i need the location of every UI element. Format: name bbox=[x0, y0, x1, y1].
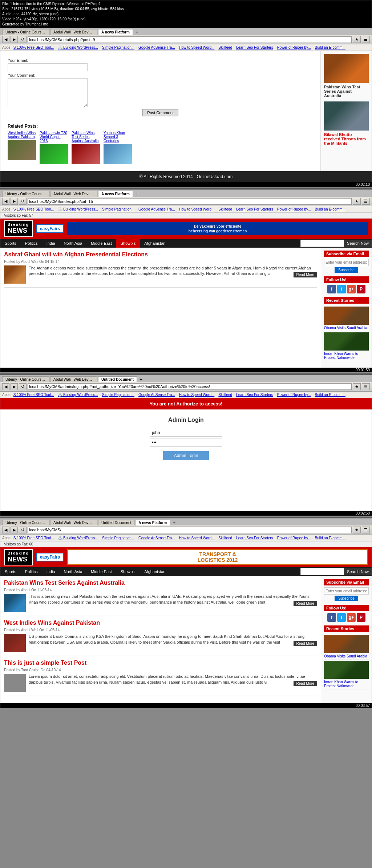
twitter-icon-4[interactable]: t bbox=[337, 613, 346, 622]
pinterest-icon-4[interactable]: P bbox=[357, 613, 365, 622]
bm4-seo[interactable]: S 100% Free SEO Tool... bbox=[12, 536, 55, 540]
bm2-seo[interactable]: S 100% Free SEO Tool... bbox=[12, 207, 55, 212]
back-btn-4[interactable]: ◀ bbox=[2, 527, 9, 533]
nav-india-4[interactable]: India bbox=[42, 567, 60, 576]
bm3-ecomm[interactable]: Build an E-comm... bbox=[314, 392, 347, 397]
read-more-simple-test[interactable]: Read More bbox=[294, 681, 317, 686]
back-btn-2[interactable]: ◀ bbox=[2, 198, 9, 205]
reload-btn-3[interactable]: ↺ bbox=[19, 383, 27, 390]
bm4-pagination[interactable]: Simple Pagination... bbox=[101, 536, 136, 540]
tab-abdulwali-2[interactable]: Abdul Wali | Web Devel... bbox=[50, 191, 97, 197]
admin-username-input[interactable] bbox=[150, 429, 222, 437]
bm3-pagination[interactable]: Simple Pagination... bbox=[101, 392, 136, 397]
admin-password-input[interactable] bbox=[150, 439, 222, 447]
nav-afghanistan-2[interactable]: Afghanistan bbox=[140, 239, 170, 248]
tab-untitled-3[interactable]: Untitled Document bbox=[98, 376, 137, 382]
related-link-4[interactable]: Younus Khan Scored 3 Centuries bbox=[104, 131, 133, 143]
nav-afghanistan-4[interactable]: Afghanistan bbox=[140, 567, 170, 576]
search-input-2[interactable] bbox=[300, 240, 344, 247]
new-tab-btn-1[interactable]: + bbox=[134, 29, 140, 35]
bookmark-speed[interactable]: How to Speed Word... bbox=[178, 45, 216, 50]
related-link-1[interactable]: West Indies Wins Against Pakistan bbox=[8, 131, 37, 139]
bookmark-skillfeed[interactable]: Skillfeed bbox=[217, 45, 233, 50]
nav-middleeast-2[interactable]: Middle East bbox=[86, 239, 116, 248]
nav-politics-4[interactable]: Politics bbox=[21, 567, 42, 576]
bm4-learnseo[interactable]: Learn Seo For Starters bbox=[235, 536, 274, 540]
tab-untitled-4[interactable]: Untitled Document bbox=[98, 520, 134, 525]
bm4-rupee[interactable]: Power of Rupee by... bbox=[276, 536, 312, 540]
go-btn-3[interactable]: ★ bbox=[353, 383, 361, 390]
bookmark-wp[interactable]: ⚓ Building WordPress... bbox=[57, 45, 99, 50]
bookmark-pagination[interactable]: Simple Pagination... bbox=[101, 45, 136, 50]
back-btn-3[interactable]: ◀ bbox=[2, 383, 9, 390]
bm2-speed[interactable]: How to Speed Word... bbox=[178, 207, 216, 212]
tab-newsflatform-1[interactable]: A news Platform bbox=[98, 29, 133, 35]
bm2-skillfeed[interactable]: Skillfeed bbox=[217, 207, 233, 212]
nav-sports-2[interactable]: Sports bbox=[0, 239, 21, 248]
bookmark-rupee[interactable]: Power of Rupee by... bbox=[276, 45, 312, 50]
search-btn-2[interactable]: Search Now bbox=[344, 240, 372, 247]
bm2-learnseo[interactable]: Learn Seo For Starters bbox=[235, 207, 274, 212]
easyfairs-4[interactable]: easyFairs bbox=[36, 553, 64, 561]
tab-abdulwali-3[interactable]: Abdul Wali | Web Devel... bbox=[50, 376, 97, 382]
bookmark-learnseo[interactable]: Learn Seo For Starters bbox=[235, 45, 274, 50]
bm4-wp[interactable]: ⚓ Building WordPress... bbox=[57, 536, 99, 540]
nav-showbiz-2[interactable]: Showbiz bbox=[116, 239, 140, 248]
new-tab-btn-4[interactable]: + bbox=[171, 520, 177, 525]
go-btn-4[interactable]: ★ bbox=[353, 527, 361, 533]
tab-udemy-4[interactable]: Udemy - Online Courses... bbox=[2, 520, 49, 525]
read-more-afghan[interactable]: Read More bbox=[294, 272, 317, 277]
nav-india-2[interactable]: India bbox=[42, 239, 60, 248]
go-btn-1[interactable]: ★ bbox=[353, 36, 361, 43]
pinterest-icon-2[interactable]: P bbox=[357, 285, 365, 293]
forward-btn-2[interactable]: ▶ bbox=[11, 198, 18, 205]
bm2-rupee[interactable]: Power of Rupee by... bbox=[276, 207, 312, 212]
reload-btn-1[interactable]: ↺ bbox=[19, 36, 27, 43]
bookmark-adsense[interactable]: Google AdSense Tra... bbox=[137, 45, 176, 50]
search-btn-4[interactable]: Search Now bbox=[344, 568, 372, 575]
subscribe-email-2[interactable] bbox=[324, 259, 369, 266]
search-input-4[interactable] bbox=[300, 568, 344, 575]
address-bar-2[interactable] bbox=[28, 198, 352, 205]
bm3-learnseo[interactable]: Learn Seo For Starters bbox=[235, 392, 274, 397]
reload-btn-4[interactable]: ↺ bbox=[19, 527, 27, 533]
bm3-wp[interactable]: ⚓ Building WordPress... bbox=[57, 392, 99, 397]
recent-story-4-2[interactable]: Imran Khan Warns to Protest Nationwide bbox=[324, 660, 369, 689]
bm2-adsense[interactable]: Google AdSense Tra... bbox=[137, 207, 176, 212]
recent-story-2[interactable]: Imran Khan Warns to Protest Nationwide bbox=[324, 331, 369, 361]
bm3-adsense[interactable]: Google AdSense Tra... bbox=[137, 392, 176, 397]
address-bar-3[interactable] bbox=[28, 383, 352, 390]
settings-btn-4[interactable]: ☰ bbox=[362, 527, 370, 533]
tab-udemy-2[interactable]: Udemy - Online Courses... bbox=[2, 191, 49, 197]
bm2-pagination[interactable]: Simple Pagination... bbox=[101, 207, 136, 212]
new-tab-btn-2[interactable]: + bbox=[134, 191, 140, 197]
settings-btn-3[interactable]: ☰ bbox=[362, 383, 370, 390]
forward-btn-1[interactable]: ▶ bbox=[11, 36, 18, 43]
bm2-wp[interactable]: ⚓ Building WordPress... bbox=[57, 207, 99, 212]
subscribe-email-4[interactable] bbox=[324, 587, 369, 595]
tab-newsplatform-2[interactable]: A news Platform bbox=[98, 191, 133, 197]
tab-abdulwali-4[interactable]: Abdul Wali | Web Devel... bbox=[50, 520, 97, 525]
comment-textarea[interactable] bbox=[8, 78, 88, 107]
nav-sports-4[interactable]: Sports bbox=[0, 567, 21, 576]
forward-btn-4[interactable]: ▶ bbox=[11, 527, 18, 533]
bm3-skillfeed[interactable]: Skillfeed bbox=[217, 392, 233, 397]
tab-udemy-3[interactable]: Udemy - Online Courses... bbox=[2, 376, 49, 382]
bm3-speed[interactable]: How to Speed Word... bbox=[178, 392, 216, 397]
new-tab-btn-3[interactable]: + bbox=[138, 376, 144, 382]
read-more-west-indies[interactable]: Read More bbox=[294, 641, 317, 646]
nav-northasia-2[interactable]: North Asia bbox=[60, 239, 87, 248]
tab-newsplatform-4[interactable]: A news Platform bbox=[135, 520, 170, 525]
googleplus-icon-4[interactable]: g+ bbox=[347, 613, 356, 622]
bm4-ecomm[interactable]: Build an E-comm... bbox=[314, 536, 347, 540]
tab-udemy-1[interactable]: Udemy - Online Courses... bbox=[2, 29, 49, 35]
read-more-pakistan-test[interactable]: Read More bbox=[294, 601, 317, 606]
settings-btn-2[interactable]: ☰ bbox=[362, 198, 370, 205]
recent-story-4-1[interactable]: Obama Visits Saudi Arabia bbox=[324, 634, 369, 660]
recent-story-1[interactable]: Obama Visits Saudi Arabia bbox=[324, 305, 369, 331]
googleplus-icon-2[interactable]: g+ bbox=[347, 285, 356, 293]
email-input[interactable] bbox=[8, 63, 88, 71]
facebook-icon-2[interactable]: f bbox=[327, 285, 336, 293]
bm4-speed[interactable]: How to Speed Word... bbox=[178, 536, 216, 540]
address-bar-1[interactable] bbox=[28, 36, 352, 43]
